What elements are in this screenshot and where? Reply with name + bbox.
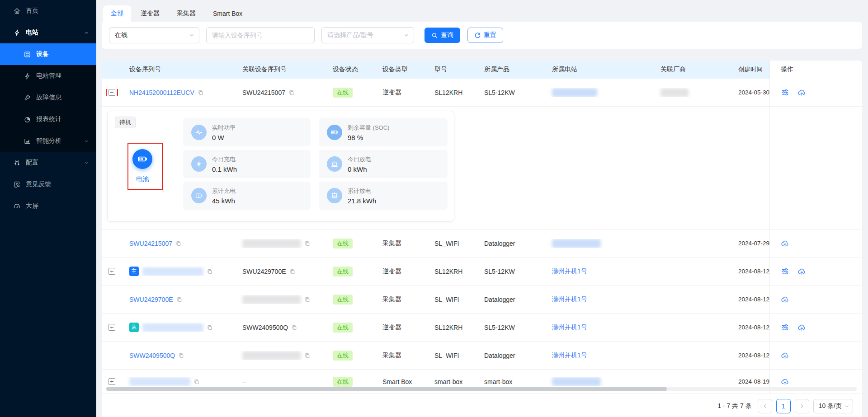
station-link[interactable]: 滁州并机1号 [552,323,587,332]
sidebar-item-report-stats[interactable]: 报表统计 [0,108,96,130]
expand-row-button[interactable] [108,268,115,275]
chevron-up-icon [84,30,89,35]
search-button[interactable]: 查询 [425,28,460,43]
tab-smart-box[interactable]: Smart Box [205,5,250,22]
device-serial-link[interactable]: SWU24215007 [129,240,172,247]
station-link-redacted[interactable] [552,377,601,386]
wrench-icon [24,94,31,102]
battery-label[interactable]: 电池 [132,175,152,183]
device-settings-icon[interactable] [781,88,789,97]
status-badge: 在线 [333,88,353,98]
horizontal-scrollbar-thumb[interactable] [106,387,667,391]
page-number-button[interactable]: 1 [776,399,791,413]
sidebar-item-feedback[interactable]: 意见反馈 [0,173,96,195]
col-type: 设备类型 [375,61,427,79]
device-serial-redacted[interactable] [142,267,203,276]
status-badge: 在线 [333,239,353,248]
table-header: 设备序列号 关联设备序列号 设备状态 设备类型 型号 所属产品 所属电站 关联厂… [102,61,862,79]
related-serial: SWW2409500Q [242,324,288,331]
copy-icon[interactable] [304,352,311,359]
station-link[interactable]: 滁州并机1号 [552,295,587,304]
stat-soc: 剩余容量 (SOC)98 % [319,118,448,146]
device-model: SL12KRH [427,89,477,96]
filter-bar: 在线 请选择产品/型号 查询 重置 [102,22,862,49]
serial-input-wrap [206,27,315,43]
tab-inverter[interactable]: 逆变器 [133,5,167,22]
cloud-upgrade-icon[interactable] [797,88,806,97]
col-created: 创建时间 [735,61,769,79]
copy-icon[interactable] [289,268,296,275]
sidebar-item-device[interactable]: 设备 [0,43,96,65]
sidebar-item-plant[interactable]: 电站 [0,22,96,43]
cloud-upgrade-icon[interactable] [781,351,789,360]
copy-icon[interactable] [175,240,182,247]
device-type: 逆变器 [375,267,427,276]
expand-row-button[interactable] [108,324,115,331]
copy-icon[interactable] [304,240,311,247]
related-serial: -- [242,378,246,385]
sidebar-item-home[interactable]: 首页 [0,0,96,22]
vendor-redacted [660,88,689,97]
tab-all[interactable]: 全部 [103,5,131,22]
reset-button[interactable]: 重置 [467,28,503,43]
copy-icon[interactable] [207,324,213,331]
tab-collector[interactable]: 采集器 [169,5,203,22]
device-serial-redacted[interactable] [129,377,190,386]
device-serial-link[interactable]: SWU2429700E [129,296,173,303]
copy-icon[interactable] [176,296,183,303]
copy-icon[interactable] [304,296,311,303]
related-serial-redacted [242,351,301,360]
station-link-redacted[interactable] [552,239,601,248]
copy-icon[interactable] [207,268,213,275]
copy-icon[interactable] [198,89,204,96]
col-station: 所属电站 [545,61,653,79]
device-model: SL12KRH [427,324,477,331]
device-settings-icon[interactable] [781,267,789,276]
device-settings-icon[interactable] [781,323,789,332]
expand-row-button[interactable] [108,378,115,385]
cloud-upgrade-icon[interactable] [797,323,806,332]
status-badge: 在线 [333,323,353,333]
sidebar-item-plant-management[interactable]: 电站管理 [0,65,96,87]
station-link[interactable]: 滁州并机1号 [552,267,587,276]
sidebar-item-fault-info[interactable]: 故障信息 [0,87,96,108]
copy-icon[interactable] [291,324,297,331]
cloud-upgrade-icon[interactable] [781,295,789,304]
chevron-down-icon [844,404,849,409]
col-actions: 操作 [769,61,862,79]
copy-icon[interactable] [193,379,200,385]
standby-badge: 待机 [115,117,136,128]
cloud-upgrade-icon[interactable] [781,377,789,386]
prev-page-button[interactable] [758,399,772,413]
sidebar-item-config[interactable]: 配置 [0,152,96,173]
next-page-button[interactable] [795,399,809,413]
station-link[interactable]: 滁州并机1号 [552,351,587,360]
col-status: 设备状态 [326,61,375,79]
col-product: 所属产品 [477,61,545,79]
station-link-redacted[interactable] [552,88,597,97]
siren-icon [327,188,342,203]
status-select[interactable]: 在线 [109,27,199,43]
device-serial-link[interactable]: SWW2409500Q [129,352,175,359]
device-serial-link[interactable]: NH24152000112EUCV [129,89,194,96]
status-badge: 在线 [333,351,353,361]
chevron-right-icon [799,403,805,409]
device-type: 逆变器 [375,89,427,97]
chevron-down-icon [84,139,89,144]
copy-icon[interactable] [288,89,295,96]
page-size-select[interactable]: 10 条/页 [813,399,853,413]
table-row: 从 SWW2409500Q 在线 逆变器 SL12KRH SL5-12KW 滁州… [102,314,862,342]
main-content: 全部 逆变器 采集器 Smart Box 在线 请选择产品/型号 查询 重置 设 [96,0,868,417]
device-serial-redacted[interactable] [142,323,203,332]
copy-icon[interactable] [178,352,184,359]
sidebar-item-label: 智能分析 [36,137,61,145]
sidebar-item-smart-analysis[interactable]: 智能分析 [0,130,96,152]
collapse-row-button[interactable] [108,89,115,96]
cloud-upgrade-icon[interactable] [781,239,789,248]
product-select[interactable]: 请选择产品/型号 [321,27,414,43]
sidebar-item-big-screen[interactable]: 大屏 [0,195,96,217]
serial-input[interactable] [212,32,309,39]
cloud-upgrade-icon[interactable] [797,267,806,276]
battery-icon[interactable] [132,149,152,169]
sidebar-item-label: 电站管理 [36,72,61,80]
